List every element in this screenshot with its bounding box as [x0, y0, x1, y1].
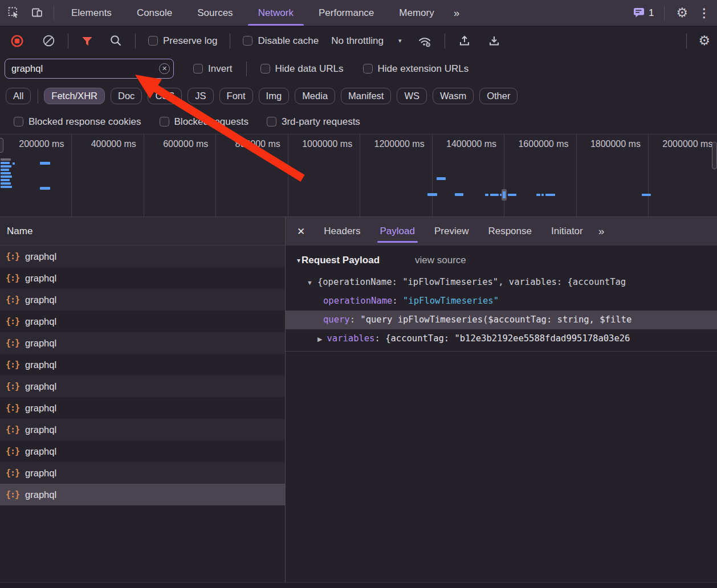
blocked-requests-checkbox[interactable]: Blocked requests — [154, 116, 254, 128]
table-row[interactable]: {:}graphql — [0, 354, 285, 375]
chip-css[interactable]: CSS — [148, 88, 182, 104]
checkbox — [193, 64, 203, 74]
chip-all[interactable]: All — [6, 88, 31, 104]
tab-console[interactable]: Console — [124, 0, 185, 26]
chip-other[interactable]: Other — [479, 88, 518, 104]
table-row[interactable]: {:}graphql — [0, 311, 285, 332]
network-overview-timeline[interactable]: 200000 ms400000 ms600000 ms800000 ms1000… — [0, 134, 717, 217]
tab-network[interactable]: Network — [246, 0, 306, 26]
json-key: variables — [327, 333, 374, 344]
network-settings-gear-icon[interactable]: ⚙ — [691, 33, 717, 48]
filter-input[interactable] — [5, 59, 174, 79]
timeline-tick: 1600000 ms — [504, 134, 576, 217]
request-timing-bar — [541, 194, 544, 196]
collapse-triangle-icon[interactable]: ▾ — [297, 256, 300, 264]
export-har-icon[interactable] — [477, 34, 507, 48]
table-row[interactable]: {:}graphql — [0, 397, 285, 419]
expand-triangle-icon[interactable]: ▼ — [307, 279, 313, 286]
chip-ws[interactable]: WS — [397, 88, 427, 104]
throttling-select[interactable]: No throttling ▾ — [324, 35, 408, 47]
overview-left-handle[interactable] — [0, 138, 3, 153]
request-name: graphql — [25, 273, 56, 284]
settings-gear-icon[interactable]: ⚙ — [669, 5, 695, 21]
network-main: Name {:}graphql{:}graphql{:}graphql{:}gr… — [0, 217, 717, 582]
chip-manifest[interactable]: Manifest — [341, 88, 391, 104]
table-row[interactable]: {:}graphql — [0, 440, 285, 462]
chip-fetch-xhr[interactable]: Fetch/XHR — [44, 88, 105, 104]
issues-badge[interactable]: 1 — [628, 7, 659, 19]
hide-data-urls-checkbox[interactable]: Hide data URLs — [255, 63, 349, 75]
details-tab-headers[interactable]: Headers — [314, 217, 370, 246]
close-icon[interactable]: ✕ — [286, 226, 314, 238]
toggle-device-toolbar-icon[interactable] — [26, 6, 49, 19]
search-icon[interactable] — [99, 34, 128, 47]
request-timing-bar — [40, 187, 50, 190]
checkbox — [160, 117, 169, 126]
request-name: graphql — [25, 316, 56, 327]
clear-network-log-icon[interactable] — [30, 34, 61, 47]
timeline-ticks: 200000 ms400000 ms600000 ms800000 ms1000… — [0, 134, 717, 217]
chip-doc[interactable]: Doc — [111, 88, 142, 104]
table-row[interactable]: {:}graphql — [0, 267, 285, 289]
payload-title: Request Payload — [302, 255, 380, 266]
request-timing-bar — [1, 179, 10, 181]
message-icon — [633, 7, 645, 18]
request-timing-bar — [13, 162, 15, 165]
table-row[interactable]: {:}graphql — [0, 332, 285, 354]
more-tabs-icon[interactable]: » — [447, 7, 466, 19]
more-details-tabs-icon[interactable]: » — [593, 225, 609, 238]
bottom-strip — [0, 582, 717, 588]
request-name: graphql — [25, 403, 56, 414]
table-row[interactable]: {:}graphql — [0, 484, 285, 505]
details-tab-payload[interactable]: Payload — [370, 217, 425, 246]
disable-cache-checkbox[interactable]: Disable cache — [237, 35, 324, 47]
tab-sources[interactable]: Sources — [185, 0, 245, 26]
name-column-header[interactable]: Name — [0, 217, 285, 246]
table-row[interactable]: {:}graphql — [0, 246, 285, 267]
invert-checkbox[interactable]: Invert — [188, 63, 238, 75]
network-conditions-icon[interactable] — [408, 34, 438, 48]
hide-extension-urls-checkbox[interactable]: Hide extension URLs — [357, 63, 475, 75]
tab-memory[interactable]: Memory — [386, 0, 446, 26]
record-network-log-icon[interactable] — [5, 34, 30, 48]
json-request-icon: {:} — [6, 403, 19, 413]
chip-font[interactable]: Font — [219, 88, 253, 104]
chip-wasm[interactable]: Wasm — [433, 88, 474, 104]
tab-performance[interactable]: Performance — [306, 0, 386, 26]
request-timing-bar — [1, 175, 12, 178]
filter-funnel-icon[interactable] — [75, 35, 99, 47]
checkbox — [363, 64, 373, 74]
table-row[interactable]: {:}graphql — [0, 419, 285, 440]
third-party-requests-checkbox[interactable]: 3rd-party requests — [261, 116, 366, 128]
table-row[interactable]: {:}graphql — [0, 289, 285, 311]
timeline-tick: 1800000 ms — [577, 134, 649, 217]
chip-js[interactable]: JS — [188, 88, 213, 104]
hide-data-urls-label: Hide data URLs — [275, 63, 344, 75]
blocked-response-cookies-checkbox[interactable]: Blocked response cookies — [8, 116, 147, 128]
details-tab-initiator[interactable]: Initiator — [541, 217, 593, 246]
overview-right-handle[interactable] — [712, 142, 717, 169]
details-tab-response[interactable]: Response — [478, 217, 541, 246]
details-tab-preview[interactable]: Preview — [425, 217, 478, 246]
view-source-link[interactable]: view source — [415, 255, 466, 266]
throttling-value: No throttling — [331, 35, 384, 47]
filter-input-wrap: ✕ — [5, 59, 174, 79]
payload-operation-row[interactable]: operationName: "ipFlowTimeseries" — [286, 292, 717, 311]
payload-preview-line[interactable]: ▼{operationName: "ipFlowTimeseries", var… — [286, 273, 717, 292]
inspect-element-icon[interactable] — [0, 6, 26, 19]
json-value: {accountTag: "b12e3b2192ee5588fdad995178… — [385, 333, 630, 344]
tab-elements[interactable]: Elements — [59, 0, 124, 26]
table-row[interactable]: {:}graphql — [0, 375, 285, 397]
clear-filter-icon[interactable]: ✕ — [159, 63, 170, 74]
payload-variables-row[interactable]: ▶variables: {accountTag: "b12e3b2192ee55… — [286, 329, 717, 348]
table-row[interactable]: {:}graphql — [0, 462, 285, 484]
expand-triangle-icon[interactable]: ▶ — [317, 336, 322, 342]
request-name: graphql — [25, 489, 56, 500]
payload-query-row[interactable]: query: "query ipFlowTimeseries($accountT… — [286, 311, 717, 329]
import-har-icon[interactable] — [452, 34, 477, 48]
chip-media[interactable]: Media — [295, 88, 335, 104]
filter-row: ✕ Invert Hide data URLs Hide extension U… — [0, 55, 717, 83]
kebab-menu-icon[interactable]: ⋮ — [695, 6, 717, 20]
preserve-log-checkbox[interactable]: Preserve log — [142, 35, 223, 47]
chip-img[interactable]: Img — [259, 88, 290, 104]
